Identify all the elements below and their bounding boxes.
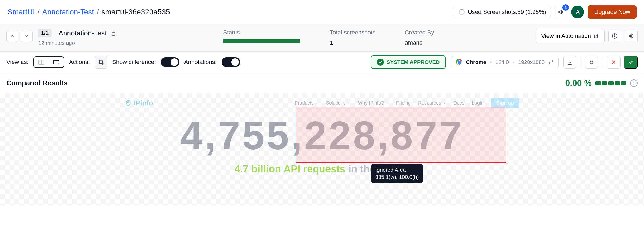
ignored-area-box[interactable] bbox=[296, 107, 506, 163]
download-icon bbox=[567, 59, 573, 65]
build-title-block: 1/1 Annotation-Test 12 minutes ago bbox=[38, 29, 116, 46]
next-build-button[interactable] bbox=[21, 30, 33, 42]
chevron-down-icon bbox=[443, 102, 446, 105]
actions-label: Actions: bbox=[69, 59, 90, 66]
menu-resources: Resources bbox=[418, 100, 446, 106]
diff-percentage: 0.00 % bbox=[565, 78, 592, 88]
results-header: Compared Results 0.00 % i bbox=[0, 73, 644, 93]
breadcrumb-root[interactable]: SmartUI bbox=[7, 8, 35, 16]
comparison-canvas[interactable]: IPinfo Products Solutions Why IPinfo? Pr… bbox=[0, 93, 644, 205]
createdby-col: Created By amanc bbox=[405, 29, 434, 46]
build-actions: View in Automation bbox=[536, 29, 638, 43]
build-settings-button[interactable] bbox=[625, 30, 638, 42]
build-counter: 1/1 bbox=[38, 29, 52, 37]
bug-button[interactable] bbox=[585, 56, 598, 69]
breadcrumb-current: smartui-36e320a535 bbox=[102, 8, 170, 16]
top-bar: SmartUI / Annotation-Test / smartui-36e3… bbox=[0, 0, 644, 25]
tooltip-title: Ignored Area bbox=[375, 167, 419, 173]
accept-button[interactable] bbox=[624, 56, 638, 69]
toolbar-right bbox=[564, 56, 638, 69]
svg-point-6 bbox=[630, 35, 632, 37]
site-logo: IPinfo bbox=[125, 99, 153, 107]
chevron-down-icon bbox=[347, 102, 351, 105]
site-subline: 4.7 billion API requests in the last 24 bbox=[125, 163, 519, 175]
single-view-icon bbox=[53, 60, 60, 65]
build-info-row: 1/1 Annotation-Test 12 minutes ago Statu… bbox=[0, 25, 644, 52]
breadcrumb-project[interactable]: Annotation-Test bbox=[42, 8, 94, 16]
breadcrumb-sep: / bbox=[97, 8, 99, 16]
download-button[interactable] bbox=[564, 56, 576, 69]
announcements-button[interactable]: 1 bbox=[555, 6, 567, 18]
avatar[interactable]: A bbox=[571, 6, 584, 18]
chrome-icon bbox=[456, 59, 462, 65]
prev-build-button[interactable] bbox=[6, 30, 18, 42]
view-split-option[interactable] bbox=[34, 57, 49, 67]
createdby-label: Created By bbox=[405, 29, 434, 36]
annotations-toggle[interactable] bbox=[222, 57, 240, 67]
screenshots-value: 1 bbox=[330, 39, 375, 46]
results-info-button[interactable]: i bbox=[630, 79, 638, 87]
copy-icon[interactable] bbox=[110, 30, 116, 37]
annotations-label: Annotations: bbox=[184, 59, 217, 66]
view-as-label: View as: bbox=[6, 59, 29, 66]
build-timeago: 12 minutes ago bbox=[38, 40, 116, 46]
gear-icon bbox=[628, 33, 634, 39]
menu-login: Login bbox=[472, 100, 484, 106]
browser-version: 124.0 bbox=[496, 59, 509, 65]
diff-segments bbox=[595, 81, 626, 85]
usage-pill[interactable]: Used Screenshots:39 (1.95%) bbox=[454, 6, 551, 18]
info-icon bbox=[612, 33, 618, 39]
check-icon bbox=[377, 59, 384, 66]
build-title: Annotation-Test bbox=[59, 29, 107, 37]
browser-name: Chrome bbox=[466, 59, 486, 65]
external-link-icon bbox=[594, 33, 599, 39]
check-icon bbox=[628, 59, 634, 65]
status-label: Status bbox=[223, 29, 300, 36]
view-in-automation-label: View in Automation bbox=[541, 33, 591, 39]
build-meta: Status Total screenshots 1 Created By am… bbox=[116, 29, 525, 46]
results-summary: 0.00 % i bbox=[565, 78, 638, 88]
screenshots-label: Total screenshots bbox=[330, 29, 375, 36]
split-view-icon bbox=[38, 59, 45, 65]
reject-button[interactable] bbox=[607, 56, 621, 69]
screenshots-col: Total screenshots 1 bbox=[330, 29, 375, 46]
svg-point-5 bbox=[614, 35, 615, 35]
status-col: Status bbox=[223, 29, 300, 46]
createdby-value: amanc bbox=[405, 39, 434, 46]
bug-icon bbox=[589, 59, 594, 65]
menu-solutions: Solutions bbox=[326, 100, 351, 106]
swap-icon bbox=[548, 59, 554, 65]
chevron-down-icon bbox=[24, 34, 29, 38]
chevron-down-icon bbox=[385, 102, 389, 105]
x-icon bbox=[611, 59, 616, 65]
svg-point-13 bbox=[127, 102, 129, 103]
results-title: Compared Results bbox=[6, 79, 68, 87]
toolbar: View as: Actions: Show difference: Annot… bbox=[0, 52, 644, 73]
menu-products: Products bbox=[295, 100, 319, 106]
chevron-down-icon bbox=[315, 102, 319, 105]
topbar-right: Used Screenshots:39 (1.95%) 1 A Upgrade … bbox=[454, 5, 637, 19]
svg-rect-10 bbox=[590, 61, 593, 64]
spinner-icon bbox=[459, 9, 465, 15]
view-mode-toggle[interactable] bbox=[33, 56, 64, 68]
view-in-automation-button[interactable]: View in Automation bbox=[536, 29, 605, 43]
browser-selector[interactable]: Chrome • 124.0 • 1920x1080 bbox=[451, 56, 559, 68]
svg-rect-9 bbox=[53, 60, 59, 64]
site-logo-text: IPinfo bbox=[134, 99, 153, 107]
build-info-button[interactable] bbox=[608, 30, 621, 42]
build-nav-arrows bbox=[6, 30, 33, 42]
menu-why: Why IPinfo? bbox=[358, 100, 389, 106]
upgrade-button[interactable]: Upgrade Now bbox=[588, 5, 637, 19]
approval-status: SYSTEM APPROVED bbox=[371, 55, 446, 69]
show-diff-toggle[interactable] bbox=[161, 57, 179, 67]
notification-badge: 1 bbox=[562, 4, 569, 11]
menu-docs: Docs bbox=[453, 100, 464, 106]
crop-button[interactable] bbox=[95, 56, 107, 69]
chevron-up-icon bbox=[10, 34, 15, 38]
location-pin-icon bbox=[125, 100, 132, 107]
status-bar bbox=[223, 39, 300, 43]
usage-label: Used Screenshots:39 (1.95%) bbox=[468, 9, 546, 15]
view-single-option[interactable] bbox=[49, 57, 64, 67]
crop-icon bbox=[98, 59, 104, 65]
show-diff-label: Show difference: bbox=[112, 59, 156, 66]
